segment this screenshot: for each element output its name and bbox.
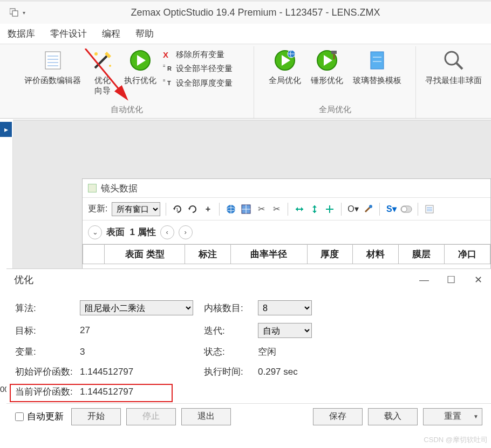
set-all-thickness-button[interactable]: ≡T 设全部厚度变量 <box>163 78 233 89</box>
circle-o-icon[interactable]: O▾ <box>347 203 359 215</box>
s-icon[interactable]: S▾ <box>385 203 397 215</box>
lens-panel-titlebar: 镜头数据 <box>83 179 490 198</box>
resize-h-icon[interactable] <box>294 203 305 215</box>
close-button[interactable]: ✕ <box>473 274 483 285</box>
global-optimize-label: 全局优化 <box>269 75 301 86</box>
merit-editor-button[interactable]: 评价函数编辑器 <box>21 46 84 88</box>
list-icon[interactable] <box>424 203 435 215</box>
remove-all-vars-button[interactable]: X 移除所有变量 <box>163 50 233 60</box>
surface-label: 表面 1 属性 <box>106 226 156 238</box>
menu-database[interactable]: 数据库 <box>8 27 35 40</box>
col-clear[interactable]: 净口 <box>445 245 490 264</box>
ribbon-group-label-auto: 自动优化 <box>111 105 143 117</box>
menu-programming[interactable]: 编程 <box>102 27 120 40</box>
svg-text:≡: ≡ <box>163 64 166 68</box>
table-icon[interactable] <box>240 203 252 215</box>
label-variable: 变量: <box>15 346 80 358</box>
hammer-optimize-icon <box>315 49 339 72</box>
update-select[interactable]: 所有窗口 <box>112 202 160 216</box>
chevron-down-icon: ▼ <box>473 413 479 419</box>
opt-wizard-button[interactable]: 优化向导 <box>87 46 118 98</box>
svg-marker-32 <box>173 208 175 210</box>
col-comment[interactable]: 标注 <box>185 245 231 264</box>
label-cores: 内核数目: <box>204 302 258 314</box>
plus-icon[interactable]: + <box>202 203 214 215</box>
glass-substitute-icon <box>365 49 389 72</box>
value-target: 27 <box>80 325 204 336</box>
refresh-c-icon[interactable] <box>187 203 199 215</box>
col-coating[interactable]: 膜层 <box>399 245 445 264</box>
svg-rect-1 <box>12 11 18 16</box>
save-button[interactable]: 保存 <box>313 408 363 425</box>
minimize-button[interactable]: — <box>419 274 429 285</box>
update-label: 更新: <box>88 203 107 215</box>
r-icon: ≡R <box>163 63 173 74</box>
label-iterations: 迭代: <box>204 325 258 337</box>
lens-surface-row: ⌄ 表面 1 属性 ‹ › <box>83 220 490 244</box>
col-surface-type[interactable]: 表面 类型 <box>105 245 185 264</box>
scissors1-icon[interactable]: ✂ <box>255 203 267 215</box>
maximize-button[interactable]: ☐ <box>446 274 456 285</box>
find-best-label: 寻找最佳非球面 <box>425 75 482 86</box>
label-algorithm: 算法: <box>15 302 80 314</box>
value-runtime: 0.297 sec <box>258 367 355 377</box>
menu-part-design[interactable]: 零件设计 <box>50 27 87 40</box>
optimize-button-bar: 自动更新 开始 停止 退出 保存 载入 重置▼ <box>6 403 491 429</box>
brush-icon[interactable] <box>362 203 374 215</box>
globe-icon[interactable] <box>225 203 237 215</box>
workspace: 镜头数据 更新: 所有窗口 1 + ✂ ✂ O▾ S▾ <box>13 120 491 275</box>
glass-substitute-button[interactable]: 玻璃替换模板 <box>350 46 405 88</box>
resize-both-icon[interactable] <box>324 203 336 215</box>
opt-wizard-icon <box>91 49 114 72</box>
label-status: 状态: <box>204 346 258 358</box>
resize-v-icon[interactable] <box>309 203 320 215</box>
svg-text:T: T <box>167 80 171 86</box>
vertical-tab[interactable]: ▸ <box>0 122 12 137</box>
svg-marker-43 <box>301 207 303 211</box>
reset-button[interactable]: 重置▼ <box>423 408 482 425</box>
svg-marker-34 <box>188 208 190 210</box>
title-bar: ▾ Zemax OpticStudio 19.4 Premium - L1234… <box>0 0 491 24</box>
col-radius[interactable]: 曲率半径 <box>231 245 307 264</box>
expand-down-button[interactable]: ⌄ <box>88 225 102 239</box>
toggle-icon[interactable] <box>400 203 412 215</box>
svg-text:1: 1 <box>176 207 179 212</box>
svg-line-29 <box>456 63 462 69</box>
value-initial-mf: 1.144512797 <box>80 367 204 377</box>
value-current-mf: 1.144512797 <box>80 387 204 397</box>
col-thickness[interactable]: 厚度 <box>307 245 353 264</box>
find-best-asphere-button[interactable]: 寻找最佳非球面 <box>422 46 485 88</box>
start-button[interactable]: 开始 <box>71 408 121 425</box>
scissors2-icon[interactable]: ✂ <box>270 203 282 215</box>
auto-update-input[interactable] <box>15 412 24 421</box>
menu-help[interactable]: 帮助 <box>135 27 154 40</box>
algorithm-select[interactable]: 阻尼最小二乘法 <box>80 300 193 315</box>
ribbon-group-find-best: 寻找最佳非球面 <box>415 46 491 118</box>
exit-button[interactable]: 退出 <box>181 408 231 425</box>
label-current-mf: 当前评价函数: <box>15 385 80 398</box>
cores-select[interactable]: 8 <box>258 300 312 315</box>
set-all-radius-button[interactable]: ≡R 设全部半径变量 <box>163 63 233 74</box>
global-optimize-button[interactable]: 全局优化 <box>265 46 304 88</box>
run-optimize-button[interactable]: 执行优化 <box>121 46 160 88</box>
stop-button[interactable]: 停止 <box>126 408 176 425</box>
left-gutter: 00) <box>0 137 13 275</box>
hammer-optimize-button[interactable]: 锤形优化 <box>308 46 346 88</box>
run-optimize-icon <box>128 49 152 72</box>
col-material[interactable]: 材料 <box>353 245 399 264</box>
load-button[interactable]: 载入 <box>368 408 418 425</box>
auto-update-checkbox[interactable]: 自动更新 <box>15 410 64 423</box>
iterations-select[interactable]: 自动 <box>258 323 312 338</box>
merit-editor-label: 评价函数编辑器 <box>24 75 81 86</box>
svg-marker-46 <box>312 211 317 213</box>
run-optimize-label: 执行优化 <box>124 75 156 86</box>
svg-text:≡: ≡ <box>163 78 166 83</box>
document-icon <box>88 184 97 192</box>
prev-surface-button[interactable]: ‹ <box>160 225 174 239</box>
next-surface-button[interactable]: › <box>179 225 193 239</box>
global-optimize-icon <box>273 49 297 72</box>
ribbon-group-global-optimize: 全局优化 锤形优化 玻璃替换模板 全局优化 <box>254 46 415 118</box>
refresh-c1-icon[interactable]: 1 <box>172 203 183 215</box>
svg-rect-25 <box>371 52 384 69</box>
svg-point-28 <box>445 52 458 65</box>
